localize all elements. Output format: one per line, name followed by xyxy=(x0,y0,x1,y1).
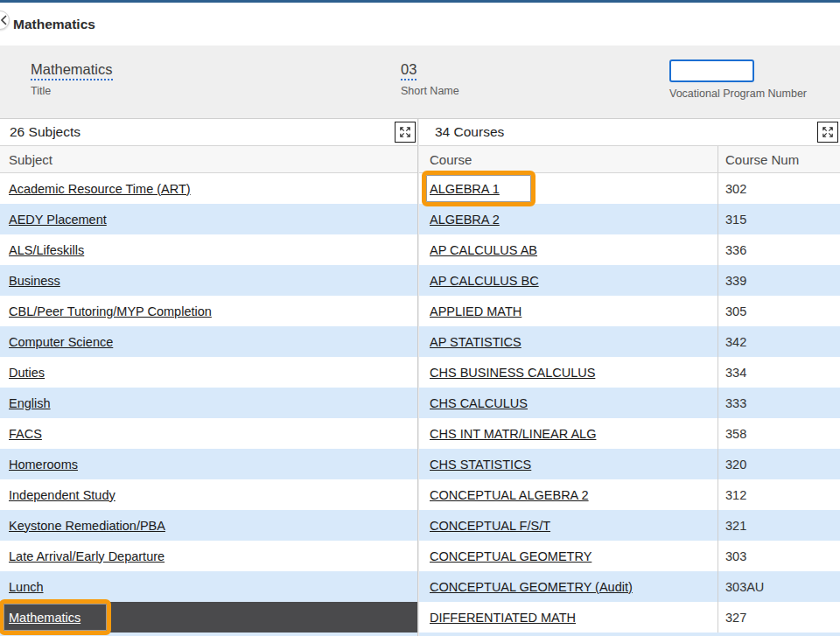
course-cell: CHS BUSINESS CALCULUS xyxy=(419,357,718,388)
two-pane-lists: 26 Subjects Subject Academic Resource T xyxy=(0,118,840,636)
subject-link[interactable]: Computer Science xyxy=(9,335,113,349)
expand-arrows-icon xyxy=(821,125,835,139)
subject-link[interactable]: Business xyxy=(9,274,60,288)
table-row[interactable]: CBL/Peer Tutoring/MYP Completion xyxy=(0,296,417,326)
course-cell: ALGEBRA 2 xyxy=(419,204,718,234)
table-row[interactable]: CHS BUSINESS CALCULUS334 xyxy=(419,357,840,388)
subjects-list: Academic Resource Time (ART)AEDY Placeme… xyxy=(0,173,417,636)
course-link[interactable]: AP CALCULUS AB xyxy=(430,243,537,257)
course-link[interactable]: CONCEPTUAL GEOMETRY (Audit) xyxy=(430,580,633,594)
table-row[interactable]: ALGEBRA 1302 xyxy=(419,173,840,204)
course-num: 303 xyxy=(718,549,746,563)
title-value[interactable]: Mathematics xyxy=(31,61,113,80)
short-name-label: Short Name xyxy=(401,85,459,97)
subject-link[interactable]: Independent Study xyxy=(9,488,116,502)
subject-link[interactable]: Mathematics xyxy=(9,611,80,625)
courses-panel: 34 Courses Course Course Num AL xyxy=(418,119,840,636)
course-link[interactable]: AP CALCULUS BC xyxy=(430,274,539,288)
table-row[interactable]: Duties xyxy=(0,357,417,388)
course-link[interactable]: CONCEPTUAL GEOMETRY xyxy=(430,549,592,563)
course-link[interactable]: ALGEBRA 2 xyxy=(430,213,500,227)
table-row[interactable]: CONCEPTUAL ALGEBRA 2312 xyxy=(419,479,840,510)
course-link[interactable]: CHS BUSINESS CALCULUS xyxy=(430,366,595,380)
course-link[interactable]: CHS INT MATR/LINEAR ALG xyxy=(430,427,596,441)
page-title: Mathematics xyxy=(13,17,95,32)
course-cell: CONCEPTUAL GEOMETRY xyxy=(419,541,718,571)
course-num: 333 xyxy=(718,396,746,410)
subject-link[interactable]: ALS/Lifeskills xyxy=(9,243,84,257)
course-link[interactable]: CONCEPTUAL ALGEBRA 2 xyxy=(430,488,589,502)
vocational-program-number-input[interactable] xyxy=(669,59,754,82)
course-num: 334 xyxy=(718,366,746,380)
course-link[interactable]: AP STATISTICS xyxy=(430,335,522,349)
course-link[interactable]: ALGEBRA 1 xyxy=(430,182,500,196)
subject-link[interactable]: AEDY Placement xyxy=(9,213,107,227)
course-cell: AP STATISTICS xyxy=(419,326,718,357)
subject-link[interactable]: CBL/Peer Tutoring/MYP Completion xyxy=(9,304,212,318)
course-cell: CHS CALCULUS xyxy=(419,388,718,418)
subject-link[interactable]: Keystone Remediation/PBA xyxy=(9,519,165,533)
table-row[interactable]: CHS INT MATR/LINEAR ALG358 xyxy=(419,418,840,449)
table-row[interactable]: APPLIED MATH305 xyxy=(419,296,840,326)
table-row[interactable]: DIFFERENTIATED MATH327 xyxy=(419,602,840,633)
table-row[interactable]: FACS xyxy=(0,418,417,449)
subject-link[interactable]: Lunch xyxy=(9,580,44,594)
table-row[interactable]: AEDY Placement xyxy=(0,204,417,234)
course-num: 315 xyxy=(718,213,746,227)
table-row[interactable]: Business xyxy=(0,265,417,296)
record-summary-bar: Mathematics Title 03 Short Name Vocation… xyxy=(0,45,840,118)
table-row[interactable]: Lunch xyxy=(0,571,417,602)
courses-list: ALGEBRA 1302ALGEBRA 2315AP CALCULUS AB33… xyxy=(419,173,840,636)
table-row[interactable]: ALS/Lifeskills xyxy=(0,234,417,265)
table-row[interactable]: AP STATISTICS342 xyxy=(419,326,840,357)
course-cell: ALGEBRA 1 xyxy=(419,173,718,204)
expand-courses-button[interactable] xyxy=(817,122,838,143)
table-row[interactable]: Mathematics xyxy=(0,602,417,633)
course-num-column-label: Course Num xyxy=(718,152,799,167)
course-link[interactable]: DIFFERENTIATED MATH xyxy=(430,611,576,625)
course-cell: CONCEPTUAL GEOMETRY (Audit) xyxy=(419,571,718,602)
table-row[interactable]: CHS STATISTICS320 xyxy=(419,449,840,479)
courses-column-header: Course Course Num xyxy=(419,146,840,173)
course-link[interactable]: CONCEPTUAL F/S/T xyxy=(430,519,550,533)
subject-link[interactable]: Academic Resource Time (ART) xyxy=(9,182,191,196)
table-row[interactable]: ALGEBRA 2315 xyxy=(419,204,840,234)
table-row[interactable]: Late Arrival/Early Departure xyxy=(0,541,417,571)
table-row[interactable]: AP CALCULUS BC339 xyxy=(419,265,840,296)
subject-link[interactable]: Duties xyxy=(9,366,45,380)
subjects-panel-header: 26 Subjects xyxy=(0,119,417,146)
table-row[interactable]: CHS CALCULUS333 xyxy=(419,388,840,418)
course-link[interactable]: CHS STATISTICS xyxy=(430,458,531,472)
course-num: 339 xyxy=(718,274,746,288)
title-field-group: Mathematics Title xyxy=(31,61,113,97)
short-name-value[interactable]: 03 xyxy=(401,61,416,80)
table-row[interactable]: Independent Study xyxy=(0,479,417,510)
subject-link[interactable]: Homerooms xyxy=(9,458,78,472)
course-cell: APPLIED MATH xyxy=(419,296,718,326)
course-link[interactable]: APPLIED MATH xyxy=(430,304,522,318)
back-button[interactable] xyxy=(0,10,10,30)
table-row[interactable]: CONCEPTUAL GEOMETRY303 xyxy=(419,541,840,571)
chevron-left-icon xyxy=(0,15,9,25)
table-row[interactable]: Keystone Remediation/PBA xyxy=(0,510,417,541)
courses-panel-header: 34 Courses xyxy=(419,119,840,146)
course-cell: CONCEPTUAL F/S/T xyxy=(419,510,718,541)
expand-subjects-button[interactable] xyxy=(395,122,416,143)
table-row[interactable]: Academic Resource Time (ART) xyxy=(0,173,417,204)
table-row[interactable]: Computer Science xyxy=(0,326,417,357)
subject-link[interactable]: English xyxy=(9,396,51,410)
subjects-panel: 26 Subjects Subject Academic Resource T xyxy=(0,119,418,636)
short-name-field-group: 03 Short Name xyxy=(401,61,459,97)
table-row[interactable]: CONCEPTUAL GEOMETRY (Audit)303AU xyxy=(419,571,840,602)
vocational-label: Vocational Program Number xyxy=(669,87,807,100)
table-row[interactable]: Homerooms xyxy=(0,449,417,479)
subject-link[interactable]: Late Arrival/Early Departure xyxy=(9,549,164,563)
subject-column-label: Subject xyxy=(9,152,52,167)
course-num: 302 xyxy=(718,182,746,196)
table-row[interactable]: AP CALCULUS AB336 xyxy=(419,234,840,265)
course-column-label: Course xyxy=(419,146,718,172)
subject-link[interactable]: FACS xyxy=(9,427,42,441)
table-row[interactable]: CONCEPTUAL F/S/T321 xyxy=(419,510,840,541)
course-link[interactable]: CHS CALCULUS xyxy=(430,396,528,410)
table-row[interactable]: English xyxy=(0,388,417,418)
